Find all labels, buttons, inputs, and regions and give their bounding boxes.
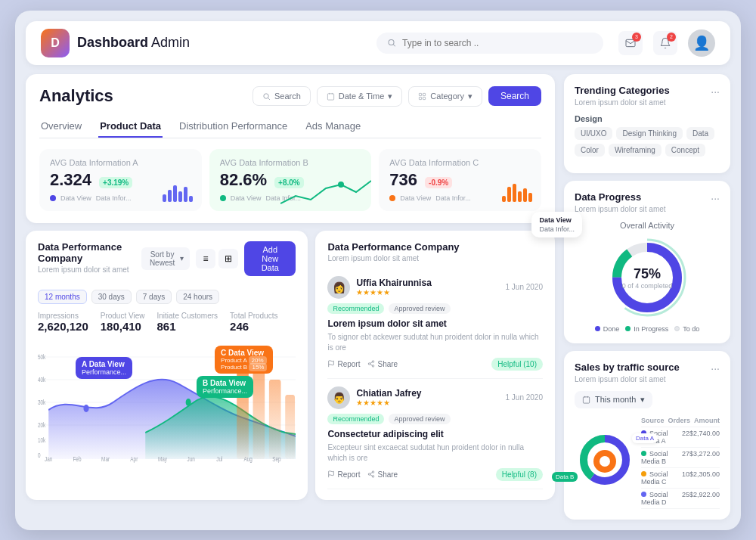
stat-b-chart (280, 173, 371, 211)
share-action-2[interactable]: Share (367, 470, 398, 479)
reviewer-avatar-2: 👨 (327, 386, 350, 409)
grid-view-btn[interactable]: ⊞ (218, 249, 238, 268)
traffic-menu-btn[interactable]: ··· (711, 362, 720, 374)
svg-rect-26 (285, 395, 295, 459)
data-view-float: Data View Data Infor... (531, 212, 582, 237)
stat-card-b: AVG Data Information B 82.6% +8.0% Data … (209, 149, 372, 211)
tag-design-thinking[interactable]: Design Thinking (616, 127, 683, 140)
trending-menu-btn[interactable]: ··· (711, 85, 720, 98)
app-container: D Dashboard Admin 3 2 👤 (15, 11, 741, 530)
svg-rect-10 (420, 97, 422, 99)
svg-point-47 (373, 476, 375, 478)
sort-button[interactable]: Sort by Newest ▾ (141, 247, 190, 270)
svg-text:Jun: Jun (187, 455, 195, 462)
tab-overview[interactable]: Overview (39, 116, 83, 138)
filter-12months[interactable]: 12 months (38, 290, 87, 304)
analytics-title: Analytics (39, 86, 113, 106)
view-icons: ≡ ⊞ (196, 249, 238, 268)
svg-point-41 (373, 365, 375, 368)
reviewer-avatar-1: 👩 (327, 276, 350, 299)
svg-line-42 (370, 365, 373, 366)
tooltip-c: C Data View Product A 20% Product B 15% (215, 346, 273, 374)
svg-rect-8 (420, 93, 422, 95)
filter-30days[interactable]: 30 days (91, 290, 132, 304)
review-item-2: 👨 Chiatian Jafrey ★★★★★ 1 Jun 2020 Recom… (327, 379, 543, 489)
notification-icon-2[interactable]: 2 (653, 31, 677, 55)
share-icon-2 (367, 470, 375, 478)
list-view-btn[interactable]: ≡ (196, 249, 215, 268)
svg-text:40k: 40k (38, 375, 45, 383)
total-products-stat: Total Products 246 (230, 312, 277, 333)
tag-uiuxo[interactable]: UI/UXO (575, 127, 612, 140)
tag-data[interactable]: Data (686, 127, 714, 140)
perf-left-header: Data Performance Company Lorem ipsum dol… (38, 241, 296, 284)
category-filter-btn[interactable]: Category ▾ (408, 86, 482, 107)
sidebar-right: Trending Categories ··· Lorem ipsum dolo… (564, 74, 730, 520)
trending-card: Trending Categories ··· Lorem ipsum dolo… (564, 74, 730, 173)
svg-line-43 (370, 362, 373, 364)
tag-concept[interactable]: Concept (665, 144, 705, 157)
add-new-data-btn[interactable]: Add New Data (244, 241, 296, 276)
datetime-filter-btn[interactable]: Date & Time ▾ (317, 86, 403, 107)
traffic-chart-area: Data A Data B Source Orders Amount Socia… (575, 414, 720, 509)
analytics-top: Analytics Search Date & Time ▾ (39, 86, 541, 107)
svg-text:Apr: Apr (130, 455, 138, 462)
svg-text:May: May (158, 455, 167, 462)
svg-line-48 (370, 475, 373, 476)
content-area: Analytics Search Date & Time ▾ (26, 74, 555, 520)
initiate-customers-stat: Initiate Customers 861 (156, 312, 218, 333)
stat-card-a: AVG Data Information A 2.324 +3.19% Data… (39, 149, 202, 211)
search-bar[interactable] (376, 33, 603, 54)
helpful-btn-1[interactable]: Helpful (10) (491, 358, 543, 371)
svg-point-28 (186, 399, 191, 406)
header-title: Dashboard Admin (77, 35, 190, 51)
search-filter-btn[interactable]: Search (253, 86, 311, 106)
search-small-icon (262, 92, 271, 101)
progress-legend: Done In Progress To do (575, 325, 720, 333)
filter-7days[interactable]: 7 days (136, 290, 172, 304)
stat-c-dot (389, 195, 395, 201)
svg-point-39 (373, 361, 375, 363)
filter-24hours[interactable]: 24 hours (176, 290, 219, 304)
user-avatar[interactable]: 👤 (688, 29, 715, 57)
progress-menu-btn[interactable]: ··· (711, 192, 720, 204)
traffic-table-header: Source Orders Amount (641, 414, 720, 427)
perf-stats-row: Impressions 2,620,120 Product View 180,4… (38, 312, 296, 333)
tag-color[interactable]: Color (575, 144, 605, 157)
filter-row: Search Date & Time ▾ Category ▾ Searc (253, 86, 541, 107)
search-icon (387, 38, 396, 48)
svg-text:Feb: Feb (73, 455, 82, 462)
stat-card-c: AVG Data Information C 736 -0.9% Data Vi… (379, 149, 541, 211)
stat-b-dot (220, 195, 226, 201)
report-action-1[interactable]: Report (327, 360, 360, 368)
tag-wireframing[interactable]: Wireframing (609, 144, 662, 157)
svg-text:10k: 10k (38, 436, 45, 443)
notification-icon-1[interactable]: 3 (618, 31, 643, 55)
stat-a-dot (50, 195, 56, 201)
progress-donut: 75% 0 of 4 completed (575, 236, 720, 319)
report-action-2[interactable]: Report (327, 470, 360, 479)
perf-left-panel: Data Performance Company Lorem ipsum dol… (26, 231, 308, 500)
svg-point-12 (338, 182, 344, 188)
calendar-small-icon (582, 396, 590, 404)
trending-tags-design: UI/UXO Design Thinking Data (575, 127, 720, 140)
share-action-1[interactable]: Share (367, 360, 398, 368)
stat-cards: AVG Data Information A 2.324 +3.19% Data… (39, 149, 541, 211)
svg-text:Jul: Jul (216, 455, 222, 462)
header-icons: 3 2 👤 (618, 29, 715, 57)
helpful-btn-2[interactable]: Helpful (8) (496, 468, 543, 481)
tab-distribution[interactable]: Distribution Performance (178, 116, 289, 138)
search-input[interactable] (402, 38, 593, 48)
month-selector[interactable]: This month ▾ (575, 391, 652, 408)
traffic-label-a: Data A (632, 433, 658, 443)
tab-product-data[interactable]: Product Data (98, 116, 163, 138)
main-search-button[interactable]: Search (488, 86, 541, 106)
tab-ads-manage[interactable]: Ads Manage (304, 116, 362, 138)
tooltip-b: B Data View Performance... (197, 376, 253, 398)
data-progress-card: Data Progress ··· Lorem ipsum dolor sit … (564, 181, 730, 343)
svg-text:Mar: Mar (101, 455, 110, 462)
trending-design-section: Design UI/UXO Design Thinking Data Color… (575, 114, 720, 157)
stat-c-chart (502, 181, 532, 202)
trending-tags-sub: Color Wireframing Concept (575, 144, 720, 157)
traffic-data-table: Source Orders Amount Social Media A 22 $… (641, 414, 720, 509)
